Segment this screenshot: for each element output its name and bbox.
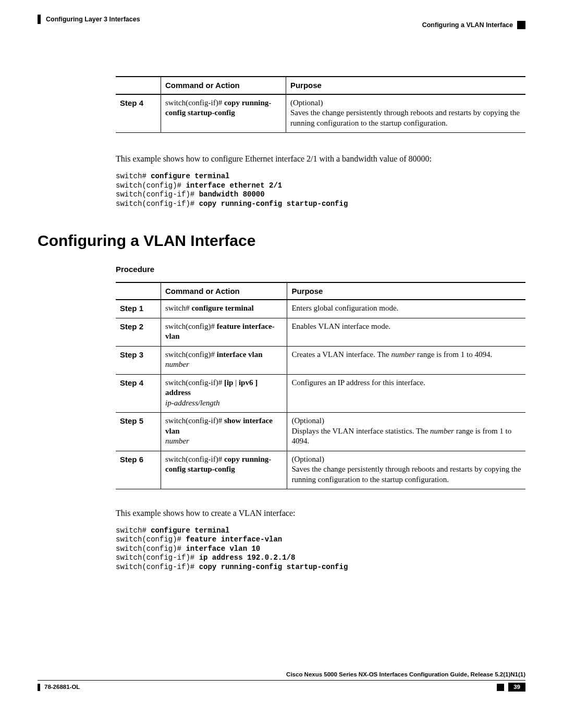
footer-page: 39	[497, 683, 525, 692]
header-bar-icon	[38, 15, 41, 24]
page-footer: Cisco Nexus 5000 Series NX-OS Interfaces…	[38, 671, 525, 692]
chapter-title: Configuring Layer 3 Interfaces	[46, 15, 140, 23]
table-row: Step 1 switch# configure terminal Enters…	[116, 300, 525, 318]
page-number: 39	[508, 683, 525, 692]
footer-bar-icon	[38, 684, 40, 691]
procedure-table-2: Command or Action Purpose Step 1 switch#…	[116, 282, 525, 490]
t1-cmd: switch(config-if)# copy running-config s…	[161, 94, 286, 133]
t1-purpose: (Optional) Saves the change persistently…	[286, 94, 525, 133]
procedure-subhead: Procedure	[116, 264, 525, 275]
header-section-row: Configuring a VLAN Interface	[422, 21, 525, 29]
footer-doc-id: 78-26881-OL	[38, 683, 80, 691]
example-intro-2: This example shows how to create a VLAN …	[116, 508, 525, 519]
header-box-icon	[517, 21, 525, 29]
t2-h-step	[116, 282, 161, 300]
t1-h-cmd: Command or Action	[161, 77, 286, 94]
table-row: Step 2 switch(config)# feature interface…	[116, 318, 525, 346]
table-row: Step 4 switch(config-if)# [ip | ipv6 ] a…	[116, 374, 525, 413]
code-block-2: switch# configure terminal switch(config…	[116, 526, 525, 572]
header-chapter: Configuring Layer 3 Interfaces	[38, 15, 140, 24]
footer-box-icon	[497, 684, 504, 691]
footer-guide-title: Cisco Nexus 5000 Series NX-OS Interfaces…	[38, 671, 525, 678]
t2-h-cmd: Command or Action	[161, 282, 287, 300]
page-header: Configuring Layer 3 Interfaces Configuri…	[38, 15, 525, 29]
section-heading: Configuring a VLAN Interface	[38, 230, 525, 251]
procedure-table-1: Command or Action Purpose Step 4 switch(…	[116, 76, 525, 133]
code-block-1: switch# configure terminal switch(config…	[116, 172, 525, 208]
section-title-header: Configuring a VLAN Interface	[422, 21, 513, 29]
example-intro-1: This example shows how to configure Ethe…	[116, 154, 525, 165]
t2-h-purpose: Purpose	[287, 282, 525, 300]
table-row: Step 5 switch(config-if)# show interface…	[116, 413, 525, 451]
t1-step: Step 4	[116, 94, 161, 133]
t1-h-step	[116, 77, 161, 94]
table-row: Step 3 switch(config)# interface vlan nu…	[116, 346, 525, 374]
t1-h-purpose: Purpose	[286, 77, 525, 94]
table-row: Step 4 switch(config-if)# copy running-c…	[116, 94, 525, 133]
table-row: Step 6 switch(config-if)# copy running-c…	[116, 451, 525, 489]
